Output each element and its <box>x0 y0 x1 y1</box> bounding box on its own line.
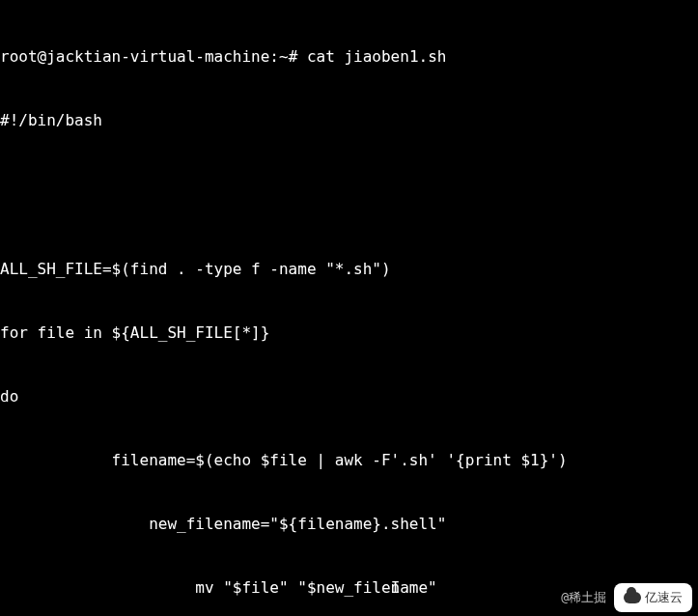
cat-line-1: #!/bin/bash <box>0 110 698 131</box>
prompt-user: root@jacktian-virtual-machine <box>0 47 269 66</box>
cat-line-2: ALL_SH_FILE=$(find . -type f -name "*.sh… <box>0 259 698 280</box>
prompt-symbol: # <box>289 47 298 66</box>
cat-text-7: mv "$file" "$new_filename" <box>0 578 437 597</box>
cat-line-5: filename=$(echo $file | awk -F'.sh' '{pr… <box>0 450 698 471</box>
cat-line-6: new_filename="${filename}.shell" <box>0 514 698 535</box>
text-cursor-icon: I <box>391 578 401 597</box>
watermark: @稀土掘 亿速云 <box>561 583 692 612</box>
cloud-icon <box>624 592 641 603</box>
prompt-path: ~ <box>279 47 289 66</box>
watermark-text-1: @稀土掘 <box>561 587 606 608</box>
terminal-output[interactable]: root@jacktian-virtual-machine:~# cat jia… <box>0 0 698 616</box>
watermark-badge: 亿速云 <box>614 583 692 612</box>
prompt-line-1: root@jacktian-virtual-machine:~# cat jia… <box>0 46 698 68</box>
cat-line-3: for file in ${ALL_SH_FILE[*]} <box>0 322 698 344</box>
cat-line-4: do <box>0 386 698 407</box>
blank-lines <box>0 174 698 216</box>
command-text: cat jiaoben1.sh <box>307 47 447 66</box>
watermark-text-2: 亿速云 <box>645 587 683 608</box>
